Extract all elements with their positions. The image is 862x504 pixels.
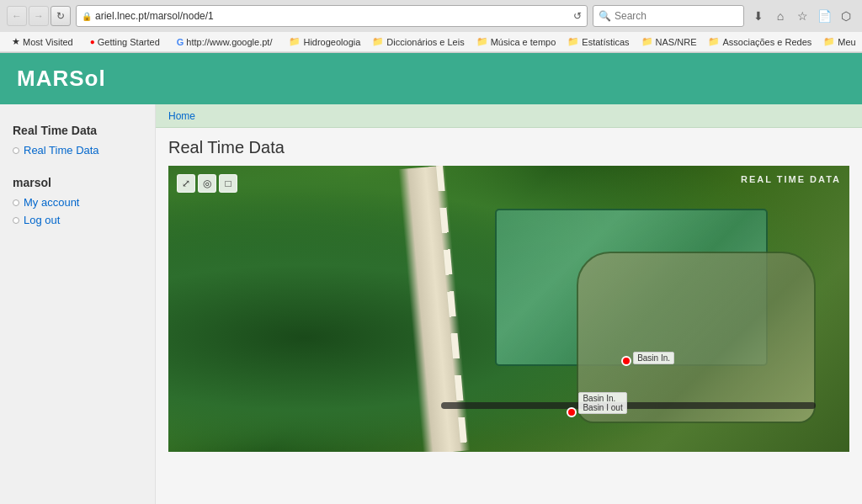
folder-icon: 📁 <box>641 36 653 47</box>
pin-label-2a: Basin In. <box>583 394 615 403</box>
sidebar-item-real-time-data[interactable]: Real Time Data <box>0 141 155 159</box>
search-icon: 🔍 <box>599 10 611 22</box>
folder-icon: 📁 <box>708 36 720 47</box>
folder-icon: 📁 <box>823 36 835 47</box>
map-expand-button[interactable]: ⤢ <box>177 174 195 193</box>
map-target-button[interactable]: ◎ <box>198 174 216 193</box>
bullet-icon <box>13 199 19 206</box>
map-container[interactable]: ⤢ ◎ □ REAL TIME DATA <box>168 166 849 452</box>
pin-label-2: Basin In. Basin I out <box>578 392 626 414</box>
folder-icon: 📁 <box>476 36 488 47</box>
breadcrumb-home-link[interactable]: Home <box>168 110 195 122</box>
pin-dot-1 <box>621 356 631 366</box>
nav-buttons: ← → ↻ <box>7 6 71 26</box>
bookmark-google[interactable]: G http://www.google.pt/ <box>172 35 278 49</box>
bullet-icon <box>13 147 19 154</box>
url-input[interactable] <box>95 10 570 22</box>
forward-button[interactable]: → <box>29 6 49 26</box>
bookmark-diccionarios[interactable]: 📁 Diccionários e Leis <box>367 34 469 49</box>
sidebar-section1-title: Real Time Data <box>0 117 155 141</box>
bookmark-label: http://www.google.pt/ <box>186 37 272 47</box>
google-icon: G <box>177 37 184 47</box>
map-path <box>441 402 816 409</box>
folder-icon: 📁 <box>567 36 579 47</box>
sidebar-item-my-account[interactable]: My account <box>0 194 155 211</box>
folder-icon: 📁 <box>372 36 384 47</box>
sidebar-section2-title: marsol <box>0 169 155 194</box>
map-controls: ⤢ ◎ □ <box>177 174 237 193</box>
bookmark-getting-started[interactable]: ● Getting Started <box>85 35 165 49</box>
back-button[interactable]: ← <box>7 6 27 26</box>
bookmark-meu[interactable]: 📁 Meu <box>818 34 860 49</box>
browser-icons: ⬇ ⌂ ☆ 📄 ⬡ <box>749 7 855 25</box>
bookmark-most-visited[interactable]: ★ Most Visited <box>7 34 78 49</box>
main-content: Home Real Time Data ⤢ ◎ □ REAL TIME DATA <box>156 104 862 504</box>
bookmark-label: Diccionários e Leis <box>386 37 464 47</box>
bookmark-hidrogeologia[interactable]: 📁 Hidrogeologia <box>284 34 365 49</box>
map-square-button[interactable]: □ <box>219 174 237 193</box>
folder-icon: 📁 <box>289 36 301 47</box>
bookmark-label: Getting Started <box>98 37 160 47</box>
sidebar-item-label: Log out <box>24 214 60 226</box>
site-title: MARSol <box>17 66 845 92</box>
content-area: Real Time Data Real Time Data marsol My … <box>0 104 862 504</box>
bookmark-label: Associações e Redes <box>722 37 811 47</box>
pin-label-1: Basin In. <box>633 352 674 364</box>
star-icon: ★ <box>12 36 20 47</box>
history-icon[interactable]: 📄 <box>815 7 833 25</box>
map-pin-1[interactable]: Basin In. <box>621 356 631 366</box>
refresh-button[interactable]: ↻ <box>51 6 71 26</box>
pocket-icon[interactable]: ⬡ <box>837 7 855 25</box>
bookmark-label: Música e tempo <box>491 37 556 47</box>
bookmark-icon[interactable]: ☆ <box>793 7 811 25</box>
sidebar-item-log-out[interactable]: Log out <box>0 211 155 229</box>
download-icon[interactable]: ⬇ <box>749 7 768 25</box>
browser-chrome: ← → ↻ 🔒 ↺ 🔍 ⬇ ⌂ ☆ 📄 ⬡ ★ Most Visited ● <box>0 0 862 53</box>
search-input[interactable] <box>615 10 738 22</box>
pin-label-2b: Basin I out <box>583 403 622 412</box>
page-wrapper: MARSol Real Time Data Real Time Data mar… <box>0 53 862 504</box>
bookmark-nas-nre[interactable]: 📁 NAS/NRE <box>636 34 702 49</box>
bookmark-label: Hidrogeologia <box>303 37 360 47</box>
search-bar-container[interactable]: 🔍 <box>593 5 744 27</box>
breadcrumb: Home <box>156 104 862 128</box>
map-pin-2[interactable]: Basin In. Basin I out <box>567 407 577 417</box>
map-watermark: REAL TIME DATA <box>741 174 841 184</box>
map-aerial-view: Basin In. Basin In. Basin I out <box>168 166 849 452</box>
lock-icon: 🔒 <box>82 12 92 21</box>
bookmark-associacoes[interactable]: 📁 Associações e Redes <box>703 34 817 49</box>
bookmark-label: Most Visited <box>23 37 73 47</box>
browser-toolbar: ← → ↻ 🔒 ↺ 🔍 ⬇ ⌂ ☆ 📄 ⬡ <box>0 0 862 32</box>
reload-icon[interactable]: ↺ <box>573 10 582 22</box>
bullet-icon <box>13 217 19 224</box>
bookmark-label: Estatísticas <box>582 37 629 47</box>
sidebar: Real Time Data Real Time Data marsol My … <box>0 104 156 504</box>
site-header: MARSol <box>0 53 862 104</box>
page-title: Real Time Data <box>156 128 862 166</box>
bookmark-icon-dot: ● <box>90 37 95 46</box>
bookmark-estatisticas[interactable]: 📁 Estatísticas <box>562 34 634 49</box>
sidebar-item-label: Real Time Data <box>24 144 99 157</box>
pin-dot-2 <box>567 407 577 417</box>
address-bar[interactable]: 🔒 ↺ <box>76 5 588 27</box>
sidebar-item-label: My account <box>24 196 79 209</box>
bookmarks-bar: ★ Most Visited ● Getting Started G http:… <box>0 32 862 52</box>
bookmark-musica[interactable]: 📁 Música e tempo <box>471 34 561 49</box>
bookmark-label: NAS/NRE <box>656 37 697 47</box>
home-icon[interactable]: ⌂ <box>771 7 790 25</box>
bookmark-label: Meu <box>838 37 855 47</box>
